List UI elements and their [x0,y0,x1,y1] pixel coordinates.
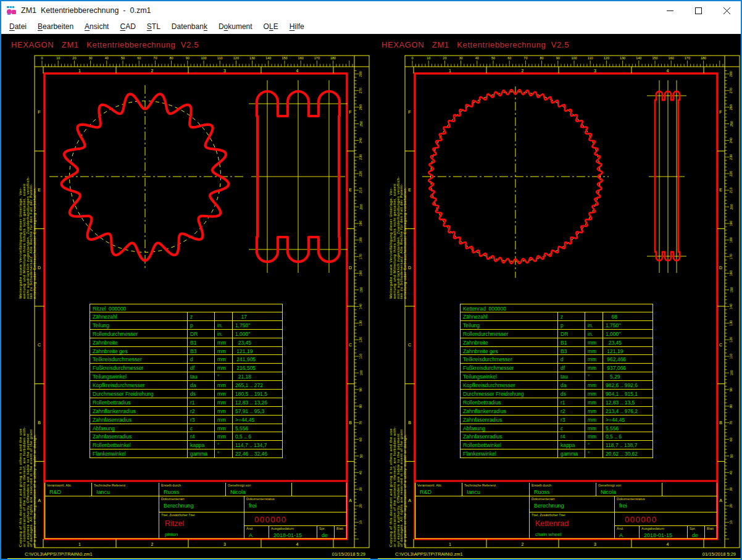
table-cell: 216,505 [233,364,282,372]
menu-item-datei[interactable]: Datei [4,21,32,32]
table-cell: in. [215,330,233,338]
panel-footer: C:\VOL3\APPS\TP\TRAIN\0.zm1 01/15/2018 5… [7,550,370,559]
table-row: Fußkreisdurchmesserdfmm 216,505 [90,364,283,372]
table-cell [215,312,233,320]
svg-text:D: D [408,265,411,270]
table-cell: Durchmesser Freidrehung [461,390,558,398]
table-row: Zahnflankenradiusr2mm57,91 .. 95,3 [90,407,283,416]
table-cell: mm [585,364,603,372]
minimize-button[interactable] [656,1,684,20]
svg-text:130: 130 [620,56,625,60]
table-row: Kopfkreisdurchmesserdamm265,1 .. 272 [90,381,283,390]
legal-layer: Weitergabe sowie Vervielfältigung dieser… [19,176,36,547]
tech-ref-value: Iancu [464,487,529,495]
table-cell: 0,5 .. 6 [603,432,652,440]
table-row: RollendurchmesserDRin.1,000" [460,330,653,338]
svg-text:40: 40 [475,56,479,60]
titleblock-middle-column: Dokumentenart Berechnung Titel, Zusätzli… [159,496,244,538]
table-row: Zahnfasenradiusr3mm>=44,45 [460,416,653,424]
title-bar[interactable]: ZM1 Kettentriebberechnung - 0.zm1 [1,1,741,20]
table-cell: Teilung [461,321,558,329]
table-cell: mm [215,424,233,432]
svg-text:A: A [349,498,352,503]
table-row: Zahnfasenradiusr4mm0,5 .. 6 [90,432,283,441]
table-cell: Zähnezahl [90,312,188,320]
svg-text:E: E [38,188,41,192]
svg-text:A: A [38,498,41,503]
svg-text:B: B [38,420,41,425]
table-cell: 121,19 [603,347,652,355]
table-row: Teilkreisdurchmesserdmm 962,466 [460,355,653,364]
sheet-value [707,530,717,532]
svg-text:E: E [719,188,722,192]
table-cell: B3 [188,347,215,355]
menu-item-cad[interactable]: CAD [114,21,141,32]
menu-item-stl[interactable]: STL [141,21,166,32]
created-by-value: Ruoss [161,487,225,495]
table-cell: 962,466 [603,355,652,363]
table-cell: 20,62 .. 30,62 [603,449,652,458]
svg-text:D: D [719,265,722,270]
sheet-value [336,530,346,532]
table-cell: mm [215,398,233,406]
table-cell: Flankenwinkel [90,449,188,458]
close-button[interactable] [712,1,741,20]
svg-text:140: 140 [265,56,271,60]
window-title: ZM1 Kettentriebberechnung - 0.zm1 [21,6,151,15]
menu-item-bearbeiten[interactable]: Bearbeiten [32,21,79,32]
table-cell: Kopfkreisdurchmesser [461,381,558,389]
drawing-canvas[interactable]: Weitergabe sowie Vervielfältigung dieser… [4,52,372,550]
svg-text:90: 90 [730,388,733,391]
svg-text:80: 80 [170,56,173,60]
menu-item-dokument[interactable]: Dokument [213,21,258,32]
table-cell: r3 [558,416,585,424]
table-row: Teilungswinkeltau° 5,29 [460,372,653,381]
table-cell: ° [585,449,603,458]
menu-item-hilfe[interactable]: Hilfe [284,21,310,32]
drawing-title-main: Kettenrad [531,517,614,528]
table-cell: mm [585,398,603,406]
svg-text:110: 110 [730,354,733,359]
drawing-canvas[interactable]: Weitergabe sowie Vervielfältigung dieser… [374,52,742,550]
table-cell: mm [585,407,603,415]
svg-text:50: 50 [121,56,125,60]
table-cell: Zahnfasenradius [90,416,188,424]
svg-text:Weitergabe sowie Vervielfältig: Weitergabe sowie Vervielfältigung dieser… [389,176,407,299]
menu-item-ansicht[interactable]: Ansicht [79,21,114,32]
footer-timestamp: 01/15/2018 5:29 [332,551,365,558]
table-cell: z [558,312,585,320]
svg-text:100: 100 [359,370,363,375]
table-title: Kettenrad 000000 [460,304,653,312]
svg-text:3: 3 [594,542,596,546]
svg-text:B: B [408,420,411,425]
table-cell: Zahnbreite [461,338,558,346]
table-cell: 118,7 .. 138,7 [603,441,652,449]
svg-text:190: 190 [359,220,363,226]
language-cell: Spr. de [688,526,705,538]
svg-text:180: 180 [730,237,733,243]
table-cell: mm [215,338,233,346]
created-by-cell: Erstellt durch Ruoss [530,483,596,496]
svg-text:10: 10 [730,520,733,524]
menu-item-datenbank[interactable]: Datenbank [166,21,213,32]
svg-text:2: 2 [522,542,524,546]
table-cell: Teilkreisdurchmesser [461,355,558,363]
table-cell: mm [215,355,233,363]
svg-text:110: 110 [588,56,593,60]
table-row: Rollenbettwinkelkappa°114,7 .. 134,7 [90,441,283,449]
svg-text:60: 60 [507,56,511,60]
menu-item-ole[interactable]: OLE [258,21,284,32]
revision-row: Änd. A Ausgabedatum 2018-01-15 Spr. de [244,526,346,538]
table-row: Kopfkreisdurchmesserdamm982,6 .. 992,6 [460,381,653,390]
svg-text:60: 60 [359,438,363,441]
sprocket-front-view [422,86,609,278]
table-cell: Flankenwinkel [461,449,558,458]
titleblock-approval-row: Verantwortl. Abt. R&D Technische Referen… [415,483,717,496]
table-cell: mm [215,416,233,424]
maximize-button[interactable] [684,1,712,20]
table-cell: 0,5 .. 6 [233,432,282,440]
table-cell: Zahnbreite ges [90,347,188,355]
svg-text:2: 2 [151,69,154,73]
app-icon [6,6,17,15]
svg-text:160: 160 [669,56,674,60]
